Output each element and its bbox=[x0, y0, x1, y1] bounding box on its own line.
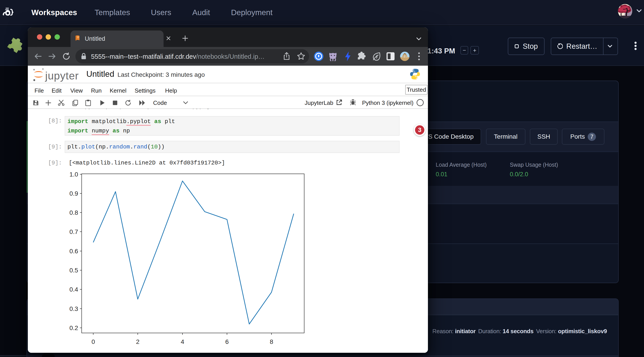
svg-text:1.0: 1.0 bbox=[70, 171, 78, 178]
svg-text:0.7: 0.7 bbox=[70, 228, 78, 235]
svg-text:0.5: 0.5 bbox=[70, 267, 78, 274]
svg-text:0.9: 0.9 bbox=[70, 190, 78, 197]
svg-text:6: 6 bbox=[225, 338, 229, 345]
svg-text:0.4: 0.4 bbox=[70, 286, 78, 293]
svg-text:0.6: 0.6 bbox=[70, 248, 78, 254]
svg-text:0.8: 0.8 bbox=[70, 209, 78, 216]
svg-text:0.3: 0.3 bbox=[70, 305, 78, 312]
svg-text:8: 8 bbox=[270, 338, 273, 345]
svg-text:2: 2 bbox=[136, 338, 140, 345]
svg-text:4: 4 bbox=[181, 338, 184, 345]
svg-text:0.2: 0.2 bbox=[70, 324, 78, 332]
svg-text:0: 0 bbox=[92, 338, 95, 345]
